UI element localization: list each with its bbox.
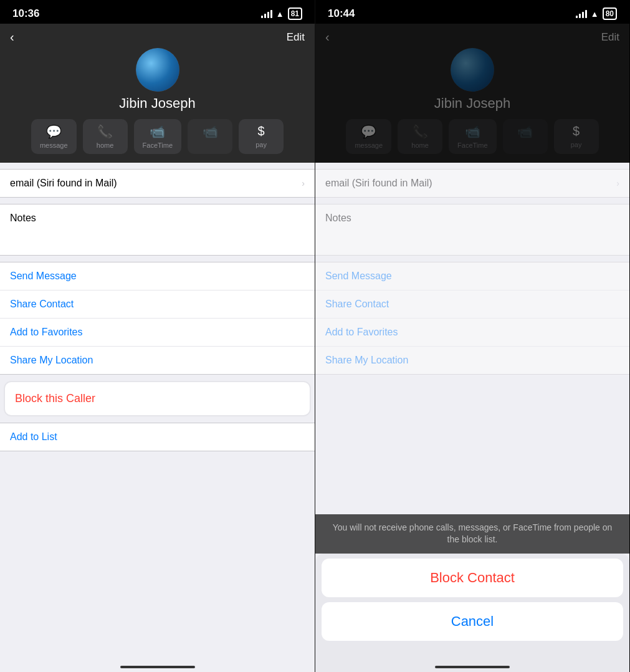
right-action-message[interactable]: 💬 message (346, 119, 391, 154)
left-share-contact[interactable]: Share Contact (0, 290, 315, 319)
right-dialog-sheet: Block Contact Cancel (315, 554, 629, 653)
right-facetime-label: FaceTime (457, 142, 488, 149)
right-background-content: email (Siri found in Mail) › Notes Send … (315, 169, 629, 375)
right-home-indicator (315, 653, 629, 672)
left-share-location-label: Share My Location (10, 355, 93, 366)
left-action-buttons: 💬 message 📞 home 📹 FaceTime 📹 $ pay (31, 119, 284, 154)
right-overlay: You will not receive phone calls, messag… (315, 514, 629, 653)
right-share-contact-label: Share Contact (325, 299, 389, 310)
left-actions-section: Send Message Share Contact Add to Favori… (0, 262, 315, 375)
left-email-chevron: › (302, 178, 305, 188)
left-back-button[interactable]: ‹ (10, 30, 14, 44)
right-phone-panel: 10:44 ▲ 80 ‹ Edit Jibin Joseph 💬 message (315, 0, 629, 672)
right-contact-name: Jibin Joseph (434, 95, 510, 112)
right-home-bar (435, 666, 510, 668)
right-battery: 80 (603, 7, 617, 20)
right-status-bar: 10:44 ▲ 80 (315, 0, 629, 24)
left-notes-section: Notes (0, 204, 315, 256)
left-action-pay[interactable]: $ pay (239, 119, 284, 154)
right-block-contact-button[interactable]: Block Contact (322, 559, 623, 597)
right-notes-section: Notes (315, 204, 629, 256)
left-avatar (136, 48, 179, 92)
left-action-message[interactable]: 💬 message (31, 119, 77, 154)
right-confirmation-text: You will not receive phone calls, messag… (333, 522, 613, 545)
left-contact-name: Jibin Joseph (119, 95, 195, 112)
right-cancel-label: Cancel (451, 613, 494, 629)
right-share-location: Share My Location (315, 347, 629, 374)
facetime-icon: 📹 (150, 124, 165, 139)
right-pay-icon: $ (573, 124, 580, 138)
left-notes-label: Notes (10, 213, 36, 223)
right-signal-bars (576, 9, 587, 18)
phone-icon: 📞 (97, 124, 113, 139)
left-battery: 81 (288, 7, 302, 20)
right-video-disabled-icon: 📹 (517, 124, 533, 139)
left-block-caller-row[interactable]: Block this Caller (4, 381, 311, 416)
right-wifi-icon: ▲ (591, 9, 599, 19)
right-pay-label: pay (571, 141, 582, 148)
right-action-video-disabled: 📹 (503, 119, 548, 154)
left-email-row[interactable]: email (Siri found in Mail) › (0, 170, 315, 197)
right-email-chevron: › (616, 178, 619, 188)
left-share-location[interactable]: Share My Location (0, 347, 315, 374)
left-status-icons: ▲ 81 (261, 7, 302, 20)
left-avatar-globe (136, 48, 179, 92)
left-add-to-list-section: Add to List (0, 423, 315, 451)
right-send-message-label: Send Message (325, 271, 392, 282)
right-time: 10:44 (328, 7, 355, 20)
right-status-icons: ▲ 80 (576, 7, 617, 20)
left-add-to-list-label: Add to List (10, 431, 57, 443)
left-status-bar: 10:36 ▲ 81 (0, 0, 315, 24)
right-phone-icon: 📞 (413, 124, 428, 139)
left-wifi-icon: ▲ (276, 9, 284, 19)
right-action-buttons: 💬 message 📞 home 📹 FaceTime 📹 $ pay (346, 119, 598, 154)
home-label: home (97, 142, 114, 149)
right-email-label: email (Siri found in Mail) (325, 178, 432, 189)
video-disabled-icon: 📹 (203, 124, 218, 139)
left-edit-button[interactable]: Edit (287, 31, 305, 44)
right-contact-header: ‹ Edit Jibin Joseph 💬 message 📞 home 📹 F… (315, 24, 629, 163)
left-phone-panel: 10:36 ▲ 81 ‹ Edit Jibin Joseph 💬 message (0, 0, 315, 672)
right-send-message: Send Message (315, 262, 629, 290)
left-action-video-disabled: 📹 (188, 119, 232, 154)
left-share-contact-label: Share Contact (10, 299, 74, 310)
right-email-row: email (Siri found in Mail) › (315, 170, 629, 197)
pay-icon: $ (258, 124, 265, 138)
right-avatar (451, 48, 494, 92)
message-icon: 💬 (46, 124, 62, 139)
left-header-row: ‹ Edit (10, 30, 305, 44)
right-content-area: email (Siri found in Mail) › Notes Send … (315, 163, 629, 653)
right-share-location-label: Share My Location (325, 355, 408, 366)
left-add-to-list[interactable]: Add to List (0, 423, 315, 451)
right-back-button[interactable]: ‹ (325, 30, 330, 44)
left-add-favorites[interactable]: Add to Favorites (0, 319, 315, 347)
right-facetime-icon: 📹 (465, 124, 480, 139)
right-email-section: email (Siri found in Mail) › (315, 169, 629, 198)
right-header-row: ‹ Edit (325, 30, 619, 44)
left-contact-header: ‹ Edit Jibin Joseph 💬 message 📞 home 📹 F… (0, 24, 315, 163)
left-signal-bars (261, 9, 272, 18)
left-home-indicator (0, 653, 315, 672)
right-add-favorites: Add to Favorites (315, 319, 629, 347)
right-action-home[interactable]: 📞 home (398, 119, 442, 154)
right-cancel-button[interactable]: Cancel (322, 602, 623, 641)
left-content-area: email (Siri found in Mail) › Notes Send … (0, 163, 315, 653)
right-block-contact-label: Block Contact (430, 570, 515, 585)
left-block-caller-label: Block this Caller (15, 392, 95, 405)
facetime-label: FaceTime (143, 142, 173, 149)
right-edit-button[interactable]: Edit (601, 31, 619, 44)
pay-label: pay (255, 141, 267, 148)
right-confirmation-message: You will not receive phone calls, messag… (315, 514, 629, 554)
right-action-facetime[interactable]: 📹 FaceTime (449, 119, 497, 154)
right-notes-label: Notes (325, 213, 351, 223)
left-send-message[interactable]: Send Message (0, 262, 315, 290)
right-avatar-globe (451, 48, 494, 92)
left-action-facetime[interactable]: 📹 FaceTime (134, 119, 182, 154)
left-home-bar (120, 666, 195, 668)
left-time: 10:36 (12, 7, 39, 20)
right-home-label: home (411, 142, 429, 149)
left-action-home[interactable]: 📞 home (83, 119, 128, 154)
right-action-pay[interactable]: $ pay (554, 119, 599, 154)
right-message-icon: 💬 (361, 124, 376, 139)
left-email-label: email (Siri found in Mail) (10, 178, 117, 189)
